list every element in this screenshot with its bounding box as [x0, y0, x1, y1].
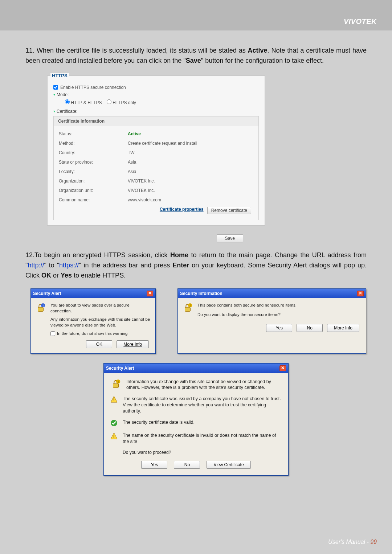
dialog2-line2: Do you want to display the nonsecure ite… — [197, 312, 297, 318]
cert-row-method: Method: Create certificate request and i… — [58, 139, 254, 148]
more-info-button[interactable]: More Info — [327, 324, 359, 332]
chevron-down-icon: ▾ — [53, 93, 55, 97]
brand-label: VIVOTEK — [344, 17, 377, 26]
mode-label: Mode: — [57, 92, 69, 97]
dialog3-title: Security Alert — [106, 366, 134, 371]
dialog3-ok: The security certificate date is valid. — [123, 419, 195, 426]
do-not-show-checkbox[interactable] — [50, 331, 55, 336]
svg-text:!: ! — [118, 380, 119, 383]
radio-http-https[interactable]: HTTP & HTTPS — [65, 100, 102, 105]
dialog3-intro: Information you exchange with this site … — [126, 379, 282, 391]
dialog1-line1: You are about to view pages over a secur… — [50, 303, 151, 314]
cert-row-status: Status: Active — [58, 129, 254, 139]
view-certificate-button[interactable]: View Certificate — [207, 461, 250, 469]
https-link[interactable]: https:// — [59, 262, 79, 269]
ok-button[interactable]: OK — [86, 340, 112, 348]
certificate-info-box: Certificate information Status: Active M… — [53, 116, 259, 220]
lock-warning-icon: ! — [110, 379, 122, 390]
dialog1-line2: Any information you exchange with this s… — [50, 317, 151, 328]
checkmark-icon — [110, 419, 118, 427]
step-11-num: 11. — [25, 47, 34, 54]
svg-text:!: ! — [113, 397, 115, 402]
http-link[interactable]: http:// — [28, 262, 44, 269]
no-button[interactable]: No — [174, 461, 200, 469]
yes-button[interactable]: Yes — [141, 461, 167, 469]
dialog1-title: Security Alert — [33, 291, 61, 296]
close-icon[interactable]: ✕ — [357, 291, 364, 296]
radio-https-only[interactable]: HTTPS only — [107, 100, 136, 105]
cert-row-state: State or province: Asia — [58, 157, 254, 167]
https-config-panel: HTTPS Enable HTTPS secure connection ▾Mo… — [47, 75, 265, 226]
dialog2-line1: This page contains both secure and nonse… — [197, 303, 297, 308]
step-12-num: 12. — [25, 251, 34, 259]
certificate-info-header: Certificate information — [54, 116, 258, 126]
close-icon[interactable]: ✕ — [147, 291, 153, 296]
warning-icon: ! — [110, 432, 118, 440]
dialog3-warn3: The name on the security certificate is … — [123, 432, 282, 445]
svg-text:!: ! — [113, 434, 115, 439]
security-alert-dialog-1: Security Alert ✕ i You are about to view… — [30, 288, 156, 353]
certificate-label: Certificate: — [57, 109, 77, 114]
lock-warning-icon: ! — [182, 303, 194, 314]
remove-certificate-button[interactable]: Remove certificate — [207, 207, 251, 214]
svg-rect-3 — [185, 308, 191, 312]
proceed-label: Do you want to proceed? — [123, 450, 282, 455]
svg-rect-6 — [113, 383, 119, 387]
enable-https-checkbox[interactable] — [53, 85, 58, 90]
chevron-down-icon: ▾ — [53, 109, 55, 113]
security-information-dialog: Security Information ✕ ! This page conta… — [177, 288, 366, 353]
more-info-button[interactable]: More Info — [117, 340, 149, 348]
do-not-show-label: In the future, do not show this warning — [57, 331, 127, 336]
cert-row-org-unit: Organization unit: VIVOTEK Inc. — [58, 186, 254, 195]
certificate-properties-link[interactable]: Certificate properties — [160, 207, 204, 214]
lock-info-icon: i — [35, 303, 47, 314]
no-button[interactable]: No — [297, 324, 323, 332]
svg-text:i: i — [42, 304, 43, 308]
step-12-text: 12.To begin an encrypted HTTPS session, … — [25, 250, 367, 281]
svg-rect-0 — [38, 308, 44, 312]
yes-button[interactable]: Yes — [266, 324, 292, 332]
save-button[interactable]: Save — [217, 234, 243, 242]
close-icon[interactable]: ✕ — [279, 365, 286, 371]
cert-row-country: Country: TW — [58, 148, 254, 157]
cert-row-locality: Locality: Asia — [58, 167, 254, 176]
page-footer: User's Manual - 99 — [328, 539, 377, 545]
security-alert-dialog-2: Security Alert ✕ ! Information you excha… — [103, 363, 289, 476]
svg-text:!: ! — [189, 304, 191, 308]
cert-row-common-name: Common name: www.vivotek.com — [58, 195, 254, 205]
https-legend: HTTPS — [50, 73, 69, 78]
enable-https-label: Enable HTTPS secure connection — [60, 85, 126, 90]
top-bar: VIVOTEK — [0, 0, 392, 30]
step-11-text: 11. When the certifice file is successfu… — [25, 46, 367, 66]
dialog3-warn1: The security certificate was issued by a… — [123, 396, 282, 414]
cert-row-organization: Organization: VIVOTEK Inc. — [58, 176, 254, 186]
dialog2-title: Security Information — [180, 291, 222, 296]
warning-icon: ! — [110, 396, 118, 404]
